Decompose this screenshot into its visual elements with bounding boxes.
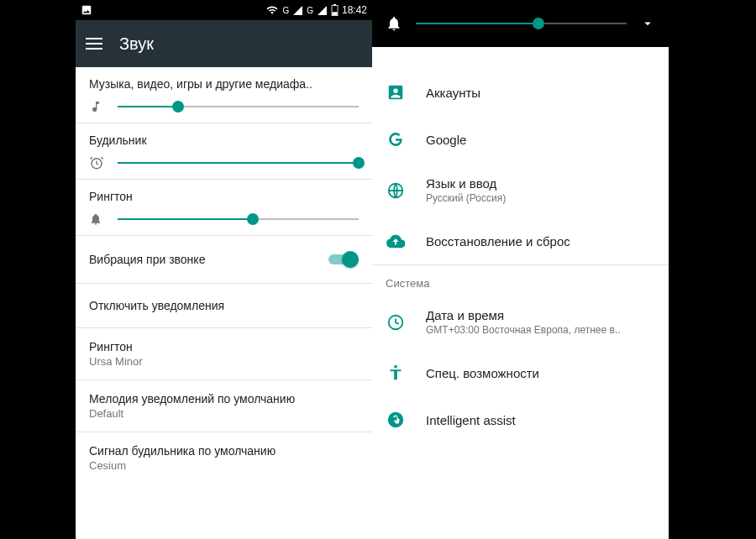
status-bar: G G 18:42 [76,0,372,20]
settings-list-screen: Аккаунты Google Язык и ввод Русский (Рос… [372,0,669,539]
alarm-sound-row[interactable]: Сигнал будильника по умолчанию Cesium [76,432,372,484]
notification-sound-value: Default [89,407,359,420]
chevron-down-icon[interactable] [640,16,655,31]
svg-rect-1 [333,4,336,6]
globe-icon [386,181,406,201]
backup-reset-row[interactable]: Восстановление и сброс [372,217,669,264]
sound-settings-screen: G G 18:42 Звук Музыка, видео, игры и дру… [76,0,372,539]
accessibility-label: Спец. возможности [426,366,539,380]
ring-volume-label: Рингтон [89,190,359,203]
clock-icon [386,312,406,332]
network-g-label-1: G [282,6,289,15]
alarm-volume-row: Будильник [76,123,372,180]
bell-icon [89,212,106,226]
clock-text: 18:42 [342,4,367,16]
datetime-label: Дата и время [426,308,621,322]
google-label: Google [426,133,466,147]
signal-icon-1 [292,5,303,16]
quick-volume-bar [372,0,669,47]
touch-icon [386,410,406,430]
accessibility-icon [386,363,406,383]
accounts-label: Аккаунты [426,86,480,100]
vibrate-switch[interactable] [328,251,359,268]
svg-point-6 [394,365,397,369]
media-volume-slider[interactable] [118,99,359,114]
alarm-sound-label: Сигнал будильника по умолчанию [89,444,359,458]
app-bar: Звук [76,20,372,67]
ringtone-row[interactable]: Рингтон Ursa Minor [76,328,372,380]
notification-sound-label: Мелодия уведомлений по умолчанию [89,392,359,406]
ringtone-value: Ursa Minor [89,355,359,368]
wifi-icon [265,4,279,16]
mute-notifications-row[interactable]: Отключить уведомления [76,284,372,328]
quick-volume-slider[interactable] [416,16,627,31]
backup-reset-label: Восстановление и сброс [426,234,570,249]
picture-icon [81,4,92,16]
media-volume-label: Музыка, видео, игры и другие медиафа.. [89,77,359,91]
alarm-sound-value: Cesium [89,459,359,472]
alarm-clock-icon [89,155,106,170]
page-title: Звук [119,34,154,54]
intelligent-assist-label: Intelligent assist [426,413,516,427]
google-row[interactable]: Google [372,116,669,163]
datetime-value: GMT+03:00 Восточная Европа, летнее в.. [426,324,621,336]
accounts-icon [386,82,406,102]
media-volume-row: Музыка, видео, игры и другие медиафа.. [76,67,372,123]
alarm-volume-slider[interactable] [118,155,359,170]
svg-point-7 [388,412,403,427]
bell-icon [386,15,402,32]
menu-icon[interactable] [86,38,102,50]
battery-icon [331,4,339,16]
ring-volume-slider[interactable] [118,212,359,227]
vibrate-on-ring-row[interactable]: Вибрация при звонке [76,236,372,284]
cloud-upload-icon [386,231,406,251]
language-label: Язык и ввод [426,176,506,191]
intelligent-assist-row[interactable]: Intelligent assist [372,396,669,443]
ringtone-label: Рингтон [89,340,359,353]
datetime-row[interactable]: Дата и время GMT+03:00 Восточная Европа,… [372,295,669,349]
alarm-volume-label: Будильник [89,133,359,147]
language-row[interactable]: Язык и ввод Русский (Россия) [372,163,669,217]
accounts-row[interactable]: Аккаунты [372,69,669,116]
system-section-header: Система [372,264,669,295]
ring-volume-row: Рингтон [76,180,372,236]
signal-icon-2 [317,5,328,16]
vibrate-label: Вибрация при звонке [89,253,328,266]
svg-rect-2 [332,12,337,15]
language-value: Русский (Россия) [426,192,506,204]
notification-sound-row[interactable]: Мелодия уведомлений по умолчанию Default [76,380,372,432]
network-g-label-2: G [307,6,313,15]
accessibility-row[interactable]: Спец. возможности [372,349,669,396]
google-icon [386,129,406,149]
music-note-icon [89,100,106,113]
mute-notifications-label: Отключить уведомления [89,299,224,312]
